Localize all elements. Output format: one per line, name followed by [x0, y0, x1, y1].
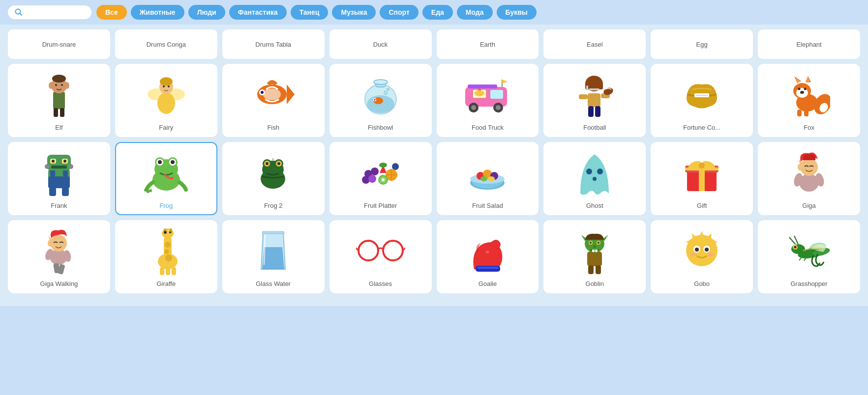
- grid-row-2: Giga Walking Giraffe: [8, 220, 860, 293]
- top-card[interactable]: Earth: [437, 29, 539, 59]
- card-glass-water[interactable]: Glass Water: [222, 220, 325, 293]
- filter-btn-танец[interactable]: Танец: [291, 5, 329, 20]
- svg-rect-160: [166, 267, 170, 275]
- svg-point-157: [164, 249, 169, 254]
- search-box: [8, 5, 91, 19]
- card-image-fox: [762, 70, 856, 119]
- card-label-fish: Fish: [267, 124, 279, 131]
- card-image-fruit-salad: [441, 148, 535, 197]
- svg-line-1: [20, 14, 22, 16]
- grid-row-0: Elf Fairy: [8, 64, 860, 137]
- svg-point-95: [149, 189, 152, 192]
- svg-point-102: [266, 162, 269, 165]
- top-card[interactable]: Egg: [651, 29, 753, 59]
- svg-point-175: [598, 242, 599, 244]
- card-image-grasshopper: [762, 226, 856, 275]
- svg-point-23: [261, 91, 264, 94]
- card-image-frog2: [226, 148, 321, 197]
- svg-marker-44: [502, 80, 508, 84]
- card-gift[interactable]: Gift: [651, 142, 753, 215]
- card-fishbowl[interactable]: Fishbowl: [329, 64, 432, 137]
- svg-point-156: [165, 242, 171, 248]
- card-gobo[interactable]: Gobo: [651, 220, 753, 293]
- card-image-giga-walking: [12, 226, 106, 275]
- filter-btn-музыка[interactable]: Музыка: [332, 5, 376, 20]
- top-card[interactable]: Drum-snare: [8, 29, 110, 59]
- card-image-fortune-cookie: [655, 70, 749, 119]
- card-fox[interactable]: Fox: [758, 64, 860, 137]
- card-ghost[interactable]: Ghost: [543, 142, 646, 215]
- filter-btn-мода[interactable]: Мода: [457, 5, 493, 20]
- top-card[interactable]: Elephant: [758, 29, 860, 59]
- svg-rect-177: [592, 250, 595, 252]
- card-frank[interactable]: Frank: [8, 142, 110, 215]
- svg-point-20: [263, 88, 281, 100]
- card-image-glass-water: [226, 226, 321, 275]
- svg-point-66: [798, 88, 800, 90]
- card-label-glasses: Glasses: [369, 280, 392, 287]
- top-card[interactable]: Drums Tabla: [222, 29, 325, 59]
- card-fortune-cookie[interactable]: Fortune Co...: [651, 64, 753, 137]
- svg-point-186: [686, 235, 718, 266]
- card-label-goblin: Goblin: [586, 280, 604, 287]
- card-fairy[interactable]: Fairy: [115, 64, 217, 137]
- svg-rect-70: [804, 110, 808, 116]
- card-giga-walking[interactable]: Giga Walking: [8, 220, 110, 293]
- filter-btn-буквы[interactable]: Буквы: [497, 5, 537, 20]
- filter-btn-животные[interactable]: Животные: [131, 5, 184, 20]
- filter-btn-еда[interactable]: Еда: [422, 5, 453, 20]
- card-image-fishbowl: [333, 70, 428, 119]
- svg-point-116: [382, 178, 385, 181]
- card-frog2[interactable]: Frog 2: [222, 142, 325, 215]
- top-card[interactable]: Easel: [543, 29, 646, 59]
- card-food-truck[interactable]: Food Truck: [437, 64, 539, 137]
- card-label-ghost: Ghost: [586, 202, 603, 209]
- card-image-fairy: [119, 70, 213, 119]
- svg-point-127: [593, 177, 597, 181]
- svg-rect-162: [262, 231, 284, 234]
- card-goblin[interactable]: Goblin: [543, 220, 646, 293]
- card-label-football: Football: [583, 124, 606, 131]
- filter-buttons: ВсеЖивотныеЛюдиФантастикаТанецМузыкаСпор…: [96, 5, 537, 20]
- svg-point-67: [804, 88, 806, 90]
- filter-btn-все[interactable]: Все: [96, 5, 127, 20]
- filter-btn-спорт[interactable]: Спорт: [380, 5, 418, 20]
- card-fruit-platter[interactable]: Fruit Platter: [329, 142, 432, 215]
- card-giraffe[interactable]: Giraffe: [115, 220, 217, 293]
- svg-rect-167: [478, 267, 498, 269]
- top-card[interactable]: Duck: [329, 29, 432, 59]
- card-image-fruit-platter: [333, 148, 428, 197]
- search-input[interactable]: [26, 8, 85, 16]
- svg-rect-34: [490, 89, 504, 99]
- card-image-frank: [12, 148, 106, 197]
- svg-rect-161: [172, 267, 176, 275]
- svg-point-126: [597, 169, 603, 174]
- card-grasshopper[interactable]: Grasshopper: [758, 220, 860, 293]
- svg-point-189: [695, 248, 699, 252]
- filter-btn-фантастика[interactable]: Фантастика: [229, 5, 287, 20]
- svg-rect-48: [586, 85, 588, 90]
- svg-rect-69: [797, 110, 802, 116]
- svg-point-108: [368, 175, 376, 183]
- svg-rect-2: [53, 92, 65, 109]
- svg-rect-53: [588, 106, 594, 117]
- card-frog[interactable]: Frog: [115, 142, 217, 215]
- svg-rect-14: [162, 93, 170, 104]
- card-goalie[interactable]: Goalie: [437, 220, 539, 293]
- card-glasses[interactable]: Glasses: [329, 220, 432, 293]
- svg-point-144: [50, 235, 67, 252]
- card-label-gift: Gift: [697, 202, 707, 209]
- filter-btn-люди[interactable]: Люди: [188, 5, 225, 20]
- card-label-elf: Elf: [55, 124, 62, 131]
- card-football[interactable]: Football: [543, 64, 646, 137]
- card-elf[interactable]: Elf: [8, 64, 110, 137]
- svg-point-197: [794, 246, 797, 249]
- card-image-glasses: [333, 226, 428, 275]
- card-fruit-salad[interactable]: Fruit Salad: [437, 142, 539, 215]
- card-giga[interactable]: Giga: [758, 142, 860, 215]
- card-fish[interactable]: Fish: [222, 64, 325, 137]
- top-card[interactable]: Drums Conga: [115, 29, 217, 59]
- svg-rect-84: [62, 187, 69, 196]
- svg-rect-83: [49, 187, 56, 196]
- card-image-fish: [226, 70, 321, 119]
